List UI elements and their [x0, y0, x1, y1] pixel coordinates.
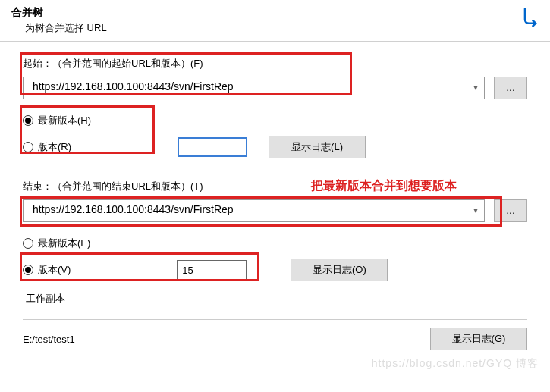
watermark: https://blog.csdn.net/GYQ 博客	[372, 357, 539, 371]
end-head-label: 最新版本(E)	[38, 237, 90, 250]
start-head-radio[interactable]	[23, 115, 33, 126]
start-url-value: https://192.168.100.100:8443/svn/FirstRe…	[33, 80, 234, 93]
start-head-label: 最新版本(H)	[38, 114, 91, 127]
annotation-text: 把最新版本合并到想要版本	[311, 178, 457, 194]
wc-showlog-button[interactable]: 显示日志(G)	[430, 328, 527, 350]
working-copy-path: E:/test/test1	[23, 334, 75, 345]
end-url-value: https://192.168.100.100:8443/svn/FirstRe…	[33, 203, 234, 215]
divider	[23, 319, 527, 320]
merge-icon	[520, 6, 541, 27]
start-showlog-button[interactable]: 显示日志(L)	[269, 136, 366, 158]
working-copy-label: 工作副本	[23, 292, 68, 306]
start-label: 起始：（合并范围的起始URL和版本）(F)	[23, 57, 203, 71]
end-showlog-button[interactable]: 显示日志(O)	[291, 259, 388, 281]
end-section: 结束：（合并范围的结束URL和版本）(T) 把最新版本合并到想要版本 https…	[23, 180, 527, 281]
end-url-combo[interactable]: https://192.168.100.100:8443/svn/FirstRe…	[23, 199, 485, 222]
start-browse-button[interactable]: ...	[494, 77, 527, 99]
end-browse-button[interactable]: ...	[494, 199, 527, 222]
dialog-subtitle: 为树合并选择 URL	[25, 21, 539, 35]
end-head-radio[interactable]	[23, 238, 33, 249]
dialog-body: 起始：（合并范围的起始URL和版本）(F) https://192.168.10…	[0, 42, 550, 358]
dialog-title: 合并树	[11, 6, 539, 20]
end-label: 结束：（合并范围的结束URL和版本）(T)	[23, 180, 203, 193]
start-url-combo[interactable]: https://192.168.100.100:8443/svn/FirstRe…	[23, 77, 485, 99]
end-rev-input[interactable]	[177, 260, 247, 280]
dialog-header: 合并树 为树合并选择 URL	[0, 0, 550, 42]
start-rev-input[interactable]	[178, 137, 247, 157]
end-rev-radio[interactable]	[23, 265, 33, 275]
start-section: 起始：（合并范围的起始URL和版本）(F) https://192.168.10…	[23, 57, 527, 158]
start-rev-radio[interactable]	[23, 142, 33, 152]
start-rev-label: 版本(R)	[38, 140, 71, 154]
end-rev-label: 版本(V)	[38, 263, 71, 277]
working-copy-section: 工作副本 E:/test/test1 显示日志(G)	[23, 298, 527, 350]
